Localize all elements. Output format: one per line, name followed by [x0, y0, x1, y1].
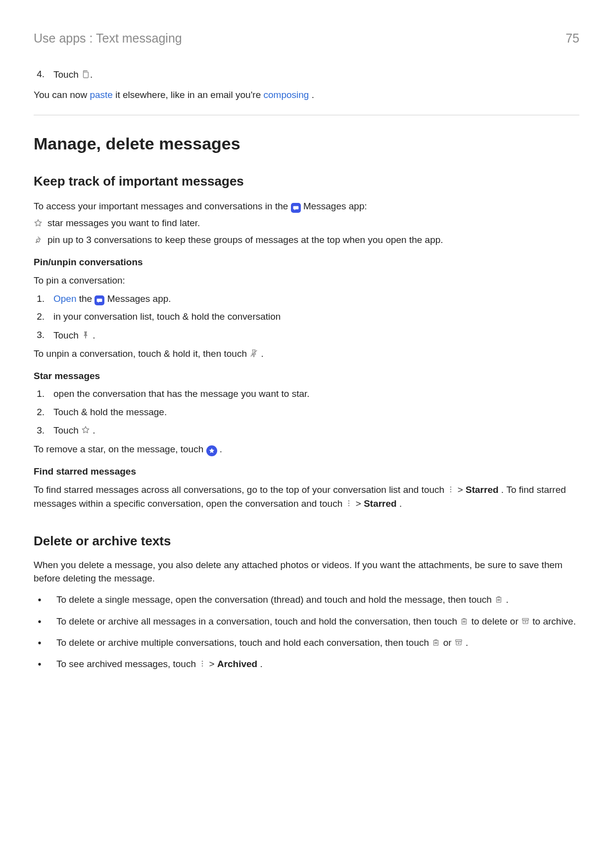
star-filled-icon	[206, 445, 217, 456]
pin-hint-row: pin up to 3 conversations to keep these …	[34, 234, 579, 247]
delete-bullets: • To delete a single message, open the c…	[34, 593, 579, 671]
star-messages-heading: Star messages	[34, 370, 579, 383]
messages-app-icon	[291, 203, 301, 213]
more-icon	[447, 485, 455, 493]
list-item: 2. in your conversation list, touch & ho…	[34, 310, 579, 324]
paste-paragraph: You can now paste it elsewhere, like in …	[34, 89, 314, 99]
unpin-paragraph: To unpin a conversation, touch & hold it…	[34, 348, 264, 358]
archive-icon	[454, 638, 463, 647]
trash-icon	[494, 595, 503, 604]
pin-icon	[81, 331, 90, 339]
delete-heading: Delete or archive texts	[34, 532, 579, 550]
step-number: 4.	[34, 68, 45, 81]
find-starred-heading: Find starred messages	[34, 465, 579, 479]
find-starred-all: To find starred messages across all conv…	[34, 484, 506, 494]
composing-link[interactable]: composing	[263, 90, 309, 100]
more-icon	[345, 499, 353, 507]
pin-unpin-heading: Pin/unpin conversations	[34, 256, 579, 269]
page-title: Manage, delete messages	[34, 132, 579, 156]
section-divider	[34, 115, 579, 115]
list-item: 3. Touch .	[34, 424, 579, 437]
messages-app-icon	[94, 295, 104, 305]
unpin-icon	[249, 349, 258, 358]
pin-outline-icon	[34, 236, 43, 245]
star-outline-icon	[81, 426, 90, 434]
more-icon	[198, 660, 206, 668]
open-link[interactable]: Open	[53, 293, 76, 304]
page-header: Use apps : Text messaging 75	[34, 30, 579, 47]
step-4: 4. Touch .	[34, 68, 579, 81]
delete-intro: When you delete a message, you also dele…	[34, 559, 579, 585]
archive-icon	[521, 617, 530, 626]
star-outline-icon	[34, 219, 43, 228]
trash-icon	[460, 617, 469, 626]
list-item: 1. Open the Messages app.	[34, 292, 579, 305]
pin-intro: To pin a conversation:	[34, 274, 579, 288]
breadcrumb: Use apps : Text messaging	[34, 30, 182, 47]
list-item: 2. Touch & hold the message.	[34, 406, 579, 419]
trash-icon	[431, 638, 440, 647]
list-item: • To delete or archive all messages in a…	[34, 615, 579, 628]
paste-link[interactable]: paste	[90, 90, 112, 100]
remove-star-paragraph: To remove a star, on the message, touch …	[34, 443, 222, 454]
copy-icon	[81, 70, 90, 79]
star-hint-text: star messages you want to find later.	[47, 217, 200, 230]
list-item: 1. open the conversation that has the me…	[34, 387, 579, 401]
pin-hint-text: pin up to 3 conversations to keep these …	[47, 234, 443, 247]
list-item: • To delete or archive multiple conversa…	[34, 636, 579, 649]
star-steps: 1. open the conversation that has the me…	[34, 387, 579, 437]
keep-intro: To access your important messages and co…	[34, 200, 367, 211]
page-number: 75	[566, 30, 579, 47]
list-item: • To see archived messages, touch > Arch…	[34, 657, 579, 671]
list-item: • To delete a single message, open the c…	[34, 593, 579, 606]
list-item: 3. Touch .	[34, 329, 579, 342]
pin-steps: 1. Open the Messages app. 2. in your con…	[34, 292, 579, 342]
star-hint-row: star messages you want to find later.	[34, 217, 579, 230]
step-text: Touch .	[53, 68, 93, 81]
keep-heading: Keep track of important messages	[34, 172, 579, 190]
